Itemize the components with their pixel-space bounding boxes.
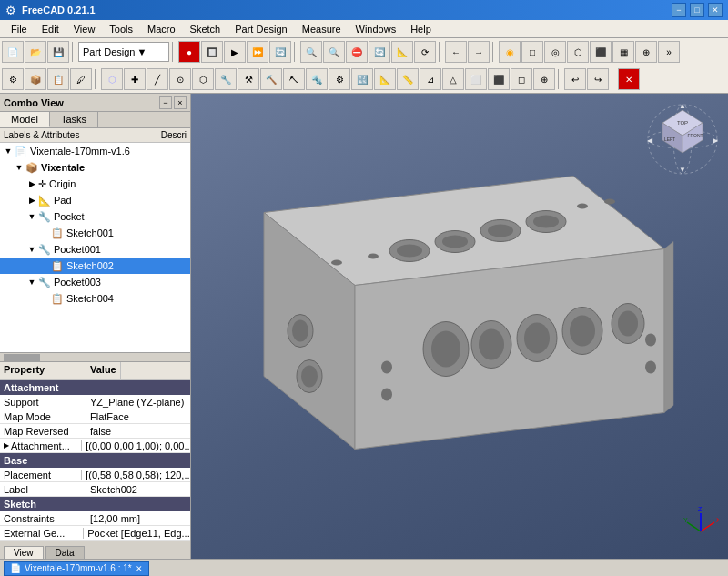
props-row-mapmode[interactable]: Map Mode FlatFace	[0, 409, 190, 424]
tb2-btn-2[interactable]: 📦	[25, 68, 46, 90]
tb-btn-16[interactable]: ◉	[499, 41, 521, 63]
menu-view[interactable]: View	[66, 22, 103, 36]
bottom-tab-data[interactable]: Data	[46, 546, 85, 559]
tb-btn-15[interactable]: →	[468, 41, 490, 63]
close-button[interactable]: ✕	[708, 3, 723, 17]
tb2-btn-12[interactable]: 🔨	[260, 68, 282, 90]
tb-save[interactable]: 💾	[47, 41, 69, 63]
tb2-btn-20[interactable]: △	[442, 68, 464, 90]
tree-scroll-thumb[interactable]	[4, 354, 40, 361]
tree-item-pocket001[interactable]: ▼ 🔧 Pocket001	[0, 241, 190, 258]
tb-btn-19[interactable]: ⬡	[567, 41, 589, 63]
tb2-btn-9[interactable]: ⬡	[192, 68, 214, 90]
tb2-btn-22[interactable]: ⬛	[488, 68, 510, 90]
tb2-btn-15[interactable]: ⚙	[329, 68, 350, 90]
tb-btn-10[interactable]: ⛔	[346, 41, 368, 63]
props-row-attachment[interactable]: ▶ Attachment... [(0,00 0,00 1,00); 0,00.…	[0, 439, 190, 453]
bottom-tab-view[interactable]: View	[4, 546, 44, 559]
tb2-btn-18[interactable]: 📏	[397, 68, 419, 90]
svg-point-31	[645, 334, 656, 347]
tb-btn-17[interactable]: □	[521, 41, 543, 63]
menu-macro[interactable]: Macro	[140, 22, 183, 36]
tb-btn-13[interactable]: ⟳	[414, 41, 436, 63]
tb-btn-4[interactable]: 🔲	[201, 41, 223, 63]
tree-item-pocket[interactable]: ▼ 🔧 Pocket	[0, 208, 190, 225]
tb2-btn-23[interactable]: ◻	[511, 68, 532, 90]
svg-point-16	[292, 320, 308, 342]
tb-new[interactable]: 📄	[2, 41, 24, 63]
menu-sketch[interactable]: Sketch	[183, 22, 228, 36]
tb-btn-20[interactable]: ⬛	[590, 41, 612, 63]
combo-minimize[interactable]: −	[159, 96, 172, 109]
menu-measure[interactable]: Measure	[295, 22, 349, 36]
tb-btn-23[interactable]: »	[658, 41, 680, 63]
taskbar-file-tab[interactable]: 📄 Vixentale-170mm-v1.6 : 1* ✕	[4, 561, 149, 576]
viewport[interactable]: TOP LEFT FRONT ▲ ▼ ◀ ▶ X Y Z	[191, 94, 728, 559]
tree-item-root[interactable]: ▼ 📄 Vixentale-170mm-v1.6	[0, 143, 190, 159]
tb-btn-7[interactable]: 🔄	[269, 41, 291, 63]
menu-file[interactable]: File	[4, 22, 35, 36]
tree-item-pad[interactable]: ▶ 📐 Pad	[0, 192, 190, 208]
tb-btn-18[interactable]: ◎	[544, 41, 566, 63]
workbench-dropdown[interactable]: Part Design ▼	[78, 42, 169, 62]
tree-item-origin[interactable]: ▶ ✛ Origin	[0, 176, 190, 192]
tree-item-vixentale[interactable]: ▼ 📦 Vixentale	[0, 159, 190, 176]
tb2-btn-27[interactable]: ✕	[618, 68, 640, 90]
tb-btn-14[interactable]: ←	[445, 41, 467, 63]
menu-help[interactable]: Help	[403, 22, 439, 36]
menu-windows[interactable]: Windows	[349, 22, 404, 36]
tb-btn-6[interactable]: ⏩	[247, 41, 268, 63]
tab-model[interactable]: Model	[0, 112, 50, 127]
tb2-btn-11[interactable]: ⚒	[238, 68, 259, 90]
props-row-mapreversed[interactable]: Map Reversed false	[0, 424, 190, 439]
tree-item-pocket003[interactable]: ▼ 🔧 Pocket003	[0, 274, 190, 290]
tb2-btn-5[interactable]: ⬡	[101, 68, 123, 90]
tb2-btn-7[interactable]: ╱	[147, 68, 168, 90]
tb-btn-3[interactable]: ●	[178, 41, 200, 63]
tb2-btn-25[interactable]: ↩	[564, 68, 586, 90]
tb2-btn-13[interactable]: ⛏	[283, 68, 305, 90]
tb-btn-8[interactable]: 🔍	[300, 41, 322, 63]
tb-btn-5[interactable]: ▶	[224, 41, 246, 63]
tb2-btn-10[interactable]: 🔧	[215, 68, 237, 90]
tb2-btn-4[interactable]: 🖊	[70, 68, 92, 90]
navigation-cube[interactable]: TOP LEFT FRONT ▲ ▼ ◀ ▶	[646, 103, 719, 176]
props-name-mapreversed: Map Reversed	[0, 426, 86, 437]
svg-text:TOP: TOP	[677, 120, 688, 126]
props-row-constraints[interactable]: Constraints [12,00 mm]	[0, 511, 190, 526]
menu-partdesign[interactable]: Part Design	[228, 22, 294, 36]
tb-btn-12[interactable]: 📐	[391, 41, 413, 63]
tb2-btn-14[interactable]: 🔩	[306, 68, 328, 90]
taskbar-close-button[interactable]: ✕	[136, 564, 143, 573]
tb-open[interactable]: 📂	[25, 41, 46, 63]
minimize-button[interactable]: −	[672, 3, 686, 17]
tb2-btn-21[interactable]: ⬜	[465, 68, 487, 90]
maximize-button[interactable]: □	[690, 3, 704, 17]
tb2-btn-1[interactable]: ⚙	[2, 68, 24, 90]
props-row-placement[interactable]: Placement [(0,58 0,58 0,58); 120,...	[0, 468, 190, 482]
tb-btn-21[interactable]: ▦	[612, 41, 634, 63]
tb-btn-22[interactable]: ⊕	[635, 41, 657, 63]
props-row-label[interactable]: Label Sketch002	[0, 482, 190, 497]
combo-close[interactable]: ×	[174, 96, 187, 109]
tab-tasks[interactable]: Tasks	[50, 112, 98, 127]
tb-btn-11[interactable]: 🔄	[369, 41, 390, 63]
tb2-btn-19[interactable]: ⊿	[420, 68, 441, 90]
menu-edit[interactable]: Edit	[35, 22, 66, 36]
tb2-btn-6[interactable]: ✚	[124, 68, 146, 90]
tb2-btn-26[interactable]: ↪	[587, 68, 609, 90]
tree-scrollbar-h[interactable]	[0, 352, 190, 361]
menu-tools[interactable]: Tools	[102, 22, 140, 36]
tree-item-sketch002[interactable]: ▶ 📋 Sketch002	[0, 258, 190, 274]
tree-icon-origin: ✛	[38, 178, 46, 190]
tb2-btn-8[interactable]: ⊙	[169, 68, 191, 90]
tree-item-sketch004[interactable]: ▶ 📋 Sketch004	[0, 290, 190, 307]
tb2-btn-3[interactable]: 📋	[47, 68, 69, 90]
props-row-support[interactable]: Support YZ_Plane (YZ-plane)	[0, 395, 190, 409]
tb-btn-9[interactable]: 🔍	[323, 41, 345, 63]
tb2-btn-16[interactable]: 🔣	[351, 68, 373, 90]
tree-item-sketch001[interactable]: ▶ 📋 Sketch001	[0, 225, 190, 241]
tb2-btn-24[interactable]: ⊕	[533, 68, 555, 90]
tb2-btn-17[interactable]: 📐	[374, 68, 396, 90]
props-row-externalge[interactable]: External Ge... Pocket [Edge11, Edg...	[0, 526, 190, 541]
